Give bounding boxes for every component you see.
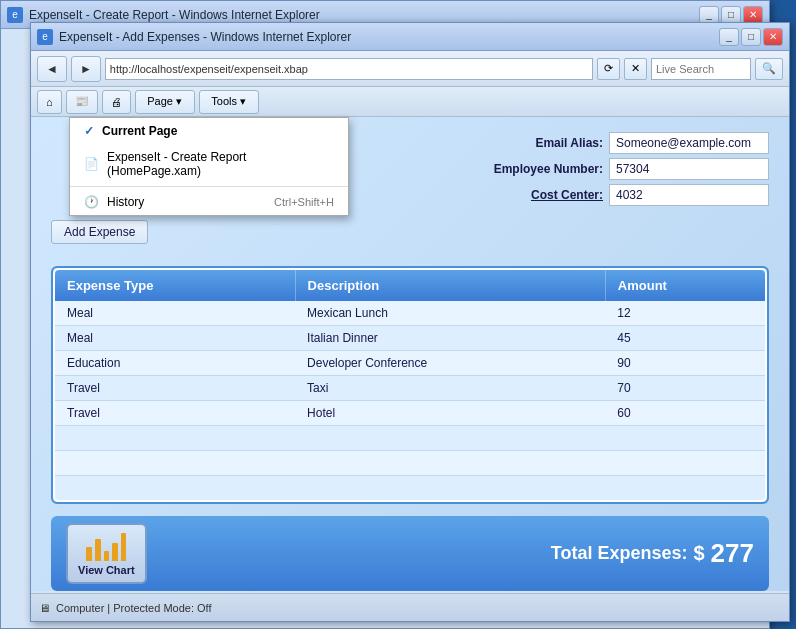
cell-description: Italian Dinner: [295, 326, 605, 351]
cell-type: Education: [54, 351, 295, 376]
forward-button[interactable]: ►: [71, 56, 101, 82]
table-row: Education Developer Conference 90: [54, 351, 766, 376]
currency-symbol: $: [693, 542, 704, 565]
home-button[interactable]: ⌂: [37, 90, 62, 114]
bar4: [112, 543, 118, 561]
history-page-label: ExpenseIt - Create Report (HomePage.xam): [107, 150, 334, 178]
total-amount: 277: [711, 538, 754, 569]
cell-description: Developer Conference: [295, 351, 605, 376]
chart-icon: [86, 531, 126, 561]
stop-button[interactable]: ✕: [624, 58, 647, 80]
cell-amount: 12: [605, 301, 766, 326]
inner-close-btn[interactable]: ✕: [763, 28, 783, 46]
refresh-button[interactable]: ⟳: [597, 58, 620, 80]
search-input[interactable]: [651, 58, 751, 80]
cost-center-value: 4032: [609, 184, 769, 206]
page-menu-label: Page ▾: [147, 95, 182, 108]
empty-row: [54, 426, 766, 451]
empty-row: [54, 476, 766, 502]
outer-close-btn[interactable]: ✕: [743, 6, 763, 24]
cell-description: Mexican Lunch: [295, 301, 605, 326]
cell-type: Meal: [54, 301, 295, 326]
inner-ie-icon: e: [37, 29, 53, 45]
cell-amount: 90: [605, 351, 766, 376]
computer-icon: 🖥: [39, 602, 50, 614]
total-section: Total Expenses: $ 277: [167, 538, 754, 569]
status-text: Computer | Protected Mode: Off: [56, 602, 212, 614]
employee-label: Employee Number:: [469, 162, 609, 176]
current-page-menu-item[interactable]: ✓ Current Page: [70, 118, 348, 144]
email-label: Email Alias:: [469, 136, 609, 150]
history-icon: 🕐: [84, 195, 99, 209]
col-description: Description: [295, 269, 605, 301]
history-shortcut: Ctrl+Shift+H: [274, 196, 334, 208]
print-button[interactable]: 🖨: [102, 90, 131, 114]
cell-type: Travel: [54, 376, 295, 401]
expense-table: Expense Type Description Amount Meal Mex…: [53, 268, 767, 502]
col-amount: Amount: [605, 269, 766, 301]
bar5: [121, 533, 127, 561]
toolbar: ⌂ 📰 🖨 Page ▾ Tools ▾: [31, 87, 789, 117]
checkmark-icon: ✓: [84, 124, 94, 138]
history-label: History: [107, 195, 144, 209]
address-bar: ◄ ► ⟳ ✕ 🔍: [31, 51, 789, 87]
inner-title-text: ExpenseIt - Add Expenses - Windows Inter…: [59, 30, 719, 44]
bottom-bar: View Chart Total Expenses: $ 277: [51, 516, 769, 591]
empty-row: [54, 451, 766, 476]
table-row: Meal Mexican Lunch 12: [54, 301, 766, 326]
address-input[interactable]: [105, 58, 593, 80]
table-row: Travel Taxi 70: [54, 376, 766, 401]
cell-description: Taxi: [295, 376, 605, 401]
expense-table-container: Expense Type Description Amount Meal Mex…: [51, 266, 769, 504]
outer-title-text: ExpenseIt - Create Report - Windows Inte…: [29, 8, 699, 22]
cell-amount: 45: [605, 326, 766, 351]
dropdown-menu: ✓ Current Page 📄 ExpenseIt - Create Repo…: [69, 117, 349, 216]
inner-maximize-btn[interactable]: □: [741, 28, 761, 46]
employee-row: Employee Number: 57304: [469, 158, 769, 180]
inner-ie-window: e ExpenseIt - Add Expenses - Windows Int…: [30, 22, 790, 622]
bar1: [86, 547, 92, 561]
email-row: Email Alias: Someone@example.com: [469, 132, 769, 154]
cell-type: Meal: [54, 326, 295, 351]
tools-menu-label: Tools ▾: [211, 95, 246, 108]
status-bar: 🖥 Computer | Protected Mode: Off: [31, 593, 789, 621]
feeds-button[interactable]: 📰: [66, 90, 98, 114]
cost-center-label: Cost Center:: [469, 188, 609, 202]
cost-center-row: Cost Center: 4032: [469, 184, 769, 206]
current-page-label: Current Page: [102, 124, 177, 138]
table-row: Travel Hotel 60: [54, 401, 766, 426]
inner-titlebar-buttons: _ □ ✕: [719, 28, 783, 46]
employee-value: 57304: [609, 158, 769, 180]
inner-minimize-btn[interactable]: _: [719, 28, 739, 46]
cell-amount: 60: [605, 401, 766, 426]
history-page-menu-item[interactable]: 📄 ExpenseIt - Create Report (HomePage.xa…: [70, 144, 348, 184]
view-chart-button[interactable]: View Chart: [66, 523, 147, 584]
bar3: [104, 551, 110, 561]
inner-titlebar: e ExpenseIt - Add Expenses - Windows Int…: [31, 23, 789, 51]
dropdown-divider: [70, 186, 348, 187]
cell-type: Travel: [54, 401, 295, 426]
outer-maximize-btn[interactable]: □: [721, 6, 741, 24]
outer-minimize-btn[interactable]: _: [699, 6, 719, 24]
search-go-button[interactable]: 🔍: [755, 58, 783, 80]
add-expense-button[interactable]: Add Expense: [51, 220, 148, 244]
cell-description: Hotel: [295, 401, 605, 426]
page-icon: 📄: [84, 157, 99, 171]
total-label: Total Expenses:: [551, 543, 688, 564]
outer-ie-icon: e: [7, 7, 23, 23]
bar2: [95, 539, 101, 561]
col-expense-type: Expense Type: [54, 269, 295, 301]
page-menu-button[interactable]: Page ▾: [135, 90, 195, 114]
outer-titlebar-buttons: _ □ ✕: [699, 6, 763, 24]
history-menu-item[interactable]: 🕐 History Ctrl+Shift+H: [70, 189, 348, 215]
email-value: Someone@example.com: [609, 132, 769, 154]
add-expense-container: Add Expense: [51, 220, 769, 256]
table-header-row: Expense Type Description Amount: [54, 269, 766, 301]
back-button[interactable]: ◄: [37, 56, 67, 82]
view-chart-label: View Chart: [78, 564, 135, 576]
table-row: Meal Italian Dinner 45: [54, 326, 766, 351]
tools-menu-button[interactable]: Tools ▾: [199, 90, 259, 114]
cell-amount: 70: [605, 376, 766, 401]
